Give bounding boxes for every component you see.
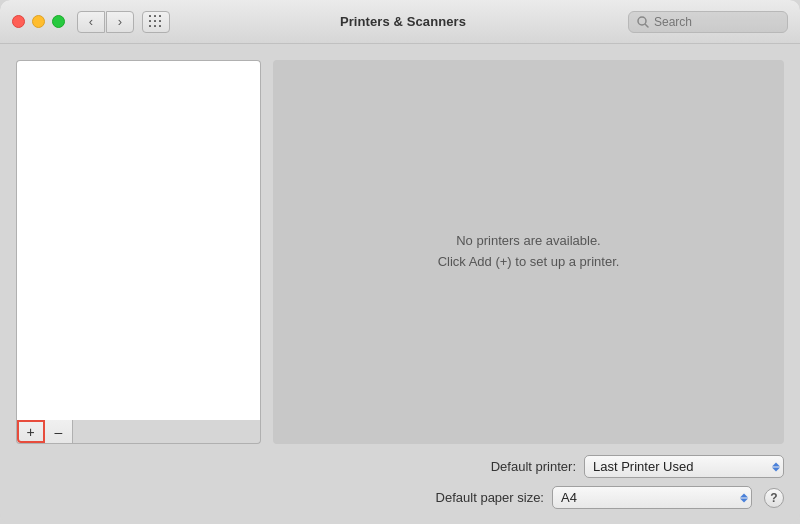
default-paper-label: Default paper size: [414, 490, 544, 505]
search-input[interactable] [654, 15, 779, 29]
window-title: Printers & Scanners [178, 14, 628, 29]
default-paper-select-wrap: A4 Letter Legal A3 [552, 486, 752, 509]
traffic-lights [12, 15, 65, 28]
svg-point-0 [638, 17, 646, 25]
nav-buttons: ‹ › [77, 11, 134, 33]
no-printers-line1: No printers are available. [438, 231, 620, 252]
minimize-button[interactable] [32, 15, 45, 28]
default-printer-row: Default printer: Last Printer Used None [16, 455, 784, 478]
main-content: + – No printers are available. Click Add… [0, 44, 800, 444]
default-paper-row: Default paper size: A4 Letter Legal A3 ? [16, 486, 784, 509]
search-icon [637, 16, 649, 28]
grid-icon [149, 15, 163, 29]
add-printer-button[interactable]: + [17, 420, 45, 443]
forward-button[interactable]: › [106, 11, 134, 33]
default-printer-label: Default printer: [446, 459, 576, 474]
back-button[interactable]: ‹ [77, 11, 105, 33]
content-area: No printers are available. Click Add (+)… [273, 60, 784, 444]
svg-line-1 [646, 24, 649, 27]
titlebar: ‹ › Printers & Scanners [0, 0, 800, 44]
bottom-bar: Default printer: Last Printer Used None … [0, 444, 800, 524]
printer-list-panel: + – [16, 60, 261, 444]
default-paper-select[interactable]: A4 Letter Legal A3 [552, 486, 752, 509]
printer-list-controls: + – [16, 420, 261, 444]
default-printer-select-wrap: Last Printer Used None [584, 455, 784, 478]
maximize-button[interactable] [52, 15, 65, 28]
default-printer-select[interactable]: Last Printer Used None [584, 455, 784, 478]
grid-view-button[interactable] [142, 11, 170, 33]
help-button[interactable]: ? [764, 488, 784, 508]
remove-printer-button[interactable]: – [45, 420, 73, 443]
printer-list [16, 60, 261, 420]
no-printers-line2: Click Add (+) to set up a printer. [438, 252, 620, 273]
close-button[interactable] [12, 15, 25, 28]
search-box[interactable] [628, 11, 788, 33]
no-printers-message: No printers are available. Click Add (+)… [438, 231, 620, 273]
